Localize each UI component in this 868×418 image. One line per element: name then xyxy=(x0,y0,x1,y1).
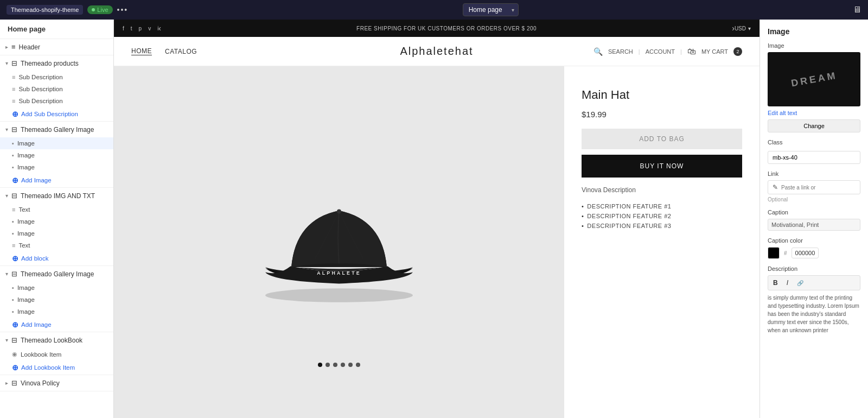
facebook-icon[interactable]: f xyxy=(123,26,124,31)
vimeo-icon[interactable]: v xyxy=(148,26,151,31)
search-icon: 🔍 xyxy=(593,47,603,56)
feature-list: DESCRIPTION FEATURE #1 DESCRIPTION FEATU… xyxy=(582,201,742,231)
chevron-down-icon: ▾ xyxy=(5,193,8,199)
italic-button[interactable]: I xyxy=(784,278,791,288)
chevron-down-icon: ▾ xyxy=(5,60,8,66)
nav-catalog-link[interactable]: CATALOG xyxy=(165,48,197,55)
list-item[interactable]: ▪ Image xyxy=(0,306,113,318)
add-block-label: Add block xyxy=(21,255,49,262)
sidebar-item-label: Image xyxy=(17,218,35,225)
carousel-dot-5[interactable] xyxy=(348,363,353,367)
product-price: $19.99 xyxy=(582,110,742,119)
carousel-dot-3[interactable] xyxy=(333,363,337,367)
top-bar-center: Home page xyxy=(128,3,853,16)
list-item[interactable]: ≡ Sub Description xyxy=(0,83,113,95)
link-button[interactable]: 🔗 xyxy=(794,278,806,288)
search-label[interactable]: SEARCH xyxy=(608,48,633,55)
carousel-dot-4[interactable] xyxy=(341,363,345,367)
caption-color-hex[interactable]: 000000 xyxy=(792,248,819,258)
pinterest-icon[interactable]: p xyxy=(139,26,142,31)
text-icon: ≡ xyxy=(12,98,15,104)
sidebar-item-label: Image xyxy=(17,140,35,147)
link-input[interactable] xyxy=(781,185,856,191)
list-item[interactable]: ▪ Image xyxy=(0,161,113,173)
list-item[interactable]: ▪ Image xyxy=(0,137,113,149)
carousel-dot-1[interactable] xyxy=(318,363,322,367)
sidebar-section-img-txt: ▾ ⊟ Themeado IMG AND TXT ≡ Text ▪ Image … xyxy=(0,188,113,266)
change-button[interactable]: Change xyxy=(768,119,860,132)
list-item[interactable]: ◉ Lookbook Item xyxy=(0,348,113,360)
chevron-down-icon: ▾ xyxy=(5,271,8,277)
gallery-icon: ⊟ xyxy=(11,125,17,134)
add-block-button[interactable]: ⊕ Add block xyxy=(0,251,113,265)
sidebar-section-gallery-1: ▾ ⊟ Themeado Gallery Image ▪ Image ▪ Ima… xyxy=(0,122,113,188)
header-icon: ≡ xyxy=(11,43,16,51)
sidebar-section-products-toggle[interactable]: ▾ ⊟ Themeado products xyxy=(0,55,113,71)
site-badge[interactable]: Themeado-shopify-theme xyxy=(7,5,83,15)
list-item[interactable]: ▪ Image xyxy=(0,149,113,161)
list-item[interactable]: ▪ Image xyxy=(0,216,113,227)
add-to-bag-button[interactable]: ADD TO BAG xyxy=(582,129,742,149)
sidebar-item-label: Sub Description xyxy=(18,86,62,92)
list-item[interactable]: ≡ Text xyxy=(0,204,113,216)
plus-icon: ⊕ xyxy=(12,110,18,118)
buy-now-button[interactable]: BUY IT NOW xyxy=(582,155,742,178)
caption-color-label: Caption color xyxy=(768,237,860,244)
edit-alt-text-link[interactable]: Edit alt text xyxy=(768,110,860,116)
caption-value[interactable]: Motivational, Print xyxy=(768,219,860,231)
policy-icon: ⊟ xyxy=(11,379,17,387)
add-sub-description-button[interactable]: ⊕ Add Sub Description xyxy=(0,107,113,121)
currency-selector[interactable]: USD ▾ xyxy=(735,26,751,31)
plus-icon: ⊕ xyxy=(12,363,18,372)
link-icon: ✎ xyxy=(773,183,778,191)
monitor-icon[interactable]: 🖥 xyxy=(853,5,861,15)
page-select[interactable]: Home page xyxy=(463,3,519,16)
list-item[interactable]: ▪ Image xyxy=(0,282,113,294)
nav-home-link[interactable]: HOME xyxy=(131,47,152,55)
list-item[interactable]: ≡ Sub Description xyxy=(0,95,113,107)
sidebar-section-policy-label: Vinova Policy xyxy=(21,379,60,387)
add-image-button-2[interactable]: ⊕ Add Image xyxy=(0,318,113,332)
cart-label[interactable]: MY CART xyxy=(701,48,728,55)
list-item[interactable]: ≡ Sub Description xyxy=(0,71,113,83)
sidebar-section-products-label: Themeado products xyxy=(21,60,79,67)
account-label[interactable]: ACCOUNT xyxy=(646,48,675,55)
sidebar-section-header-toggle[interactable]: ▸ ≡ Header xyxy=(0,39,113,55)
more-options-icon[interactable]: ••• xyxy=(117,5,129,14)
sidebar-item-label: Image xyxy=(17,308,35,315)
product-image-area: ALPHALETE xyxy=(114,66,564,418)
class-input[interactable] xyxy=(768,151,860,164)
product-info: Main Hat $19.99 ADD TO BAG BUY IT NOW Vi… xyxy=(564,66,760,418)
carousel-dot-6[interactable] xyxy=(356,363,360,367)
top-bar-right: 🖥 xyxy=(853,5,861,15)
add-lookbook-button[interactable]: ⊕ Add Lookbook Item xyxy=(0,360,113,375)
sidebar-item-label: Lookbook Item xyxy=(21,351,61,358)
list-item[interactable]: ▪ Image xyxy=(0,294,113,306)
lookbook-item-icon: ◉ xyxy=(12,351,17,358)
right-sidebar: Image Image DREAM Edit alt text Change C… xyxy=(760,20,868,418)
chevron-right-icon: ▸ xyxy=(5,380,8,386)
caption-color-swatch[interactable] xyxy=(768,247,780,259)
add-image-label-1: Add Image xyxy=(21,177,52,183)
sidebar-section-policy: ▸ ⊟ Vinova Policy xyxy=(0,375,113,391)
sidebar-item-label: Image xyxy=(17,152,35,159)
text-icon: ≡ xyxy=(12,74,15,80)
carousel-dot-2[interactable] xyxy=(326,363,330,367)
list-item[interactable]: ≡ Text xyxy=(0,239,113,251)
sidebar-section-lookbook: ▾ ⊟ Themeado LookBook ◉ Lookbook Item ⊕ … xyxy=(0,332,113,375)
caption-field-label: Caption xyxy=(768,209,860,216)
sidebar-section-lookbook-toggle[interactable]: ▾ ⊟ Themeado LookBook xyxy=(0,332,113,348)
plus-icon: ⊕ xyxy=(12,176,18,185)
twitter-icon[interactable]: t xyxy=(131,26,132,31)
image-icon: ▪ xyxy=(12,140,14,147)
sidebar-section-gallery-2-toggle[interactable]: ▾ ⊟ Themeado Gallery Image xyxy=(0,266,113,282)
sidebar-item-label: Image xyxy=(17,296,35,303)
store-brand: Alphaletehat xyxy=(400,45,473,58)
sidebar-section-img-txt-toggle[interactable]: ▾ ⊟ Themeado IMG AND TXT xyxy=(0,188,113,204)
list-item[interactable]: ▪ Image xyxy=(0,227,113,239)
add-image-button-1[interactable]: ⊕ Add Image xyxy=(0,173,113,187)
live-label: Live xyxy=(97,7,108,13)
bold-button[interactable]: B xyxy=(770,278,781,288)
sidebar-section-gallery-1-toggle[interactable]: ▾ ⊟ Themeado Gallery Image xyxy=(0,122,113,137)
sidebar-section-policy-toggle[interactable]: ▸ ⊟ Vinova Policy xyxy=(0,375,113,391)
